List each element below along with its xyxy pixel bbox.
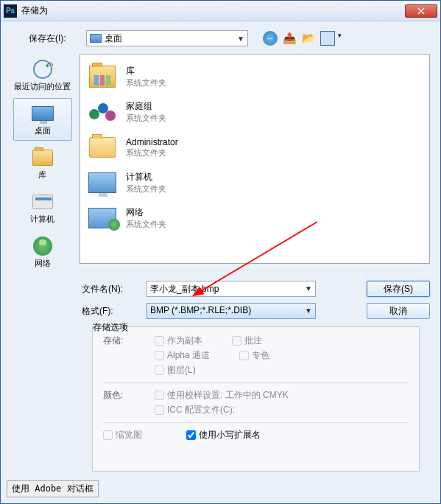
back-icon: ← <box>263 31 278 46</box>
computer-icon <box>88 172 116 193</box>
desktop-icon <box>90 34 102 43</box>
close-icon <box>417 7 425 15</box>
checkbox-as-copy: 作为副本 <box>155 335 202 347</box>
checkbox-spot: 专色 <box>239 349 269 362</box>
up-folder-icon: 📤 <box>282 31 297 46</box>
format-dropdown[interactable]: BMP (*.BMP;*.RLE;*.DIB) ▼ <box>147 303 316 319</box>
recent-icon <box>33 60 52 79</box>
dialog-title: 存储为 <box>21 4 405 17</box>
up-button[interactable]: 📤 <box>282 31 297 46</box>
checkbox-alpha: Alpha 通道 <box>155 349 210 362</box>
save-in-label: 保存在(I): <box>29 32 80 45</box>
list-item[interactable]: 网络系统文件夹 <box>85 200 425 236</box>
options-title: 存储选项 <box>93 321 128 334</box>
location-value: 桌面 <box>105 32 122 45</box>
list-item[interactable]: Administrator系统文件夹 <box>85 130 425 165</box>
sidebar-item-library[interactable]: 库 <box>13 142 72 185</box>
homegroup-icon <box>88 100 117 124</box>
view-menu-button[interactable] <box>320 31 335 46</box>
format-label: 格式(F): <box>82 305 141 318</box>
color-label: 颜色: <box>103 389 155 416</box>
network-icon <box>33 237 52 256</box>
sidebar-item-recent[interactable]: 最近访问的位置 <box>13 54 72 97</box>
computer-icon <box>32 195 53 209</box>
list-item[interactable]: 计算机系统文件夹 <box>85 165 425 200</box>
file-list[interactable]: 库系统文件夹 家庭组系统文件夹 Administrator系统文件夹 计算机系统… <box>80 54 430 264</box>
titlebar: Ps 存储为 <box>1 1 440 21</box>
checkbox-thumbnail: 缩览图 <box>103 429 142 441</box>
library-icon <box>89 66 116 88</box>
list-item[interactable]: 家庭组系统文件夹 <box>85 94 425 130</box>
sidebar-item-computer[interactable]: 计算机 <box>13 186 72 229</box>
cancel-button[interactable]: 取消 <box>367 303 430 319</box>
filename-input[interactable]: 李小龙_副本.bmp ▼ <box>147 281 316 297</box>
checkbox-lowercase-ext[interactable]: 使用小写扩展名 <box>186 429 261 441</box>
new-folder-button[interactable]: 📂 <box>301 31 316 46</box>
store-label: 存储: <box>103 335 155 377</box>
back-button[interactable]: ← <box>263 31 278 46</box>
list-item[interactable]: 库系统文件夹 <box>85 59 425 94</box>
filename-label: 文件名(N): <box>82 283 141 295</box>
chevron-down-icon: ▼ <box>305 307 312 315</box>
view-icon <box>320 31 335 46</box>
photoshop-icon: Ps <box>4 4 17 18</box>
checkbox-proof: 使用校样设置: 工作中的 CMYK <box>155 389 289 402</box>
close-button[interactable] <box>405 4 437 18</box>
sidebar-item-network[interactable]: 网络 <box>13 231 72 273</box>
user-folder-icon <box>89 137 116 158</box>
location-dropdown[interactable]: 桌面 ▼ <box>86 30 248 46</box>
desktop-icon <box>32 106 54 121</box>
save-options-group: 存储选项 存储: 作为副本 批注 Alpha 通道 专色 图层(L) 颜 <box>92 326 420 472</box>
checkbox-layers: 图层(L) <box>155 364 269 377</box>
checkbox-annotations: 批注 <box>232 335 262 347</box>
checkbox-icc: ICC 配置文件(C): <box>155 404 289 416</box>
network-computer-icon <box>88 208 116 228</box>
places-sidebar: 最近访问的位置 桌面 库 计算机 网络 <box>11 54 74 273</box>
chevron-down-icon: ▼ <box>237 35 244 43</box>
use-adobe-dialog-button[interactable]: 使用 Adobe 对话框 <box>7 480 99 497</box>
save-button[interactable]: 保存(S) <box>367 281 430 297</box>
library-icon <box>32 150 53 166</box>
chevron-down-icon: ▼ <box>305 284 312 293</box>
sidebar-item-desktop[interactable]: 桌面 <box>13 98 72 141</box>
new-folder-icon: 📂 <box>301 31 316 46</box>
